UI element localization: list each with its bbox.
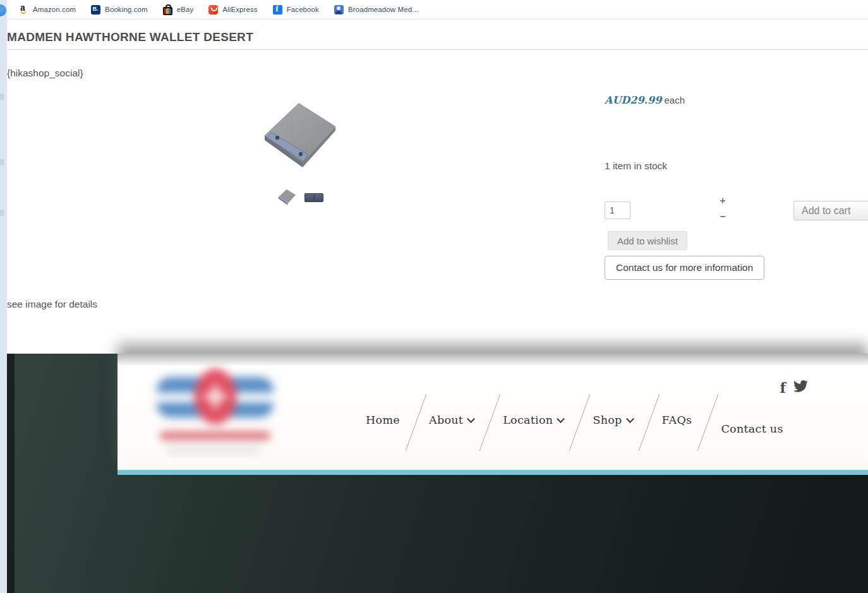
nav-label: Contact us <box>721 422 783 435</box>
divider <box>7 49 868 50</box>
bookmark-label: Booking.com <box>105 6 148 13</box>
bookmark-item[interactable]: Facebook <box>273 5 319 15</box>
chevron-down-icon <box>626 415 634 423</box>
add-to-cart-button[interactable]: Add to cart <box>793 201 868 220</box>
header-social: f <box>780 380 808 395</box>
product-thumbnail-2[interactable] <box>304 193 323 202</box>
bookmarks-bar: Amazon.com Booking.com eBay AliExpress F… <box>7 0 868 20</box>
bookmark-label: eBay <box>177 6 194 13</box>
nav-item-home[interactable]: Home <box>351 414 414 435</box>
bookmark-item[interactable]: Amazon.com <box>19 5 76 15</box>
twitter-icon[interactable] <box>793 380 808 395</box>
nav-item-faqs[interactable]: FAQs <box>648 414 707 435</box>
nav-item-contact-us[interactable]: Contact us <box>706 414 797 435</box>
nav-label: FAQs <box>662 414 692 426</box>
nav-item-about[interactable]: About <box>414 414 488 435</box>
product-description: see image for details <box>7 299 97 310</box>
blue-circle-icon <box>0 4 6 16</box>
price-value: AUD29.99 <box>605 94 661 106</box>
facebook-icon <box>273 5 282 15</box>
wallet-image <box>261 101 338 171</box>
wallet-thumbnail-image <box>277 189 296 206</box>
product-title: MADMEN HAWTHORNE WALLET DESERT <box>7 30 253 44</box>
adjacent-window-edge <box>0 0 7 593</box>
product-thumbnail-1[interactable] <box>277 189 296 206</box>
site-logo[interactable] <box>150 361 289 456</box>
booking-icon <box>91 5 100 15</box>
broadmeadow-icon <box>334 5 344 15</box>
quantity-decrease-button[interactable]: − <box>718 212 728 221</box>
site-header: Home About Location Shop FAQs Contact us… <box>118 354 868 470</box>
bookmark-label: Amazon.com <box>33 6 76 13</box>
bookmark-label: Broadmeadow Med... <box>348 6 418 13</box>
price-suffix: each <box>661 95 685 105</box>
facebook-icon[interactable]: f <box>780 381 786 395</box>
contact-us-button[interactable]: Contact us for more information <box>605 256 764 280</box>
quantity-increase-button[interactable]: + <box>718 196 728 205</box>
bookmark-item[interactable]: Booking.com <box>91 5 148 15</box>
quantity-input[interactable] <box>605 201 630 219</box>
add-to-wishlist-button[interactable]: Add to wishlist <box>608 231 687 250</box>
screen: Amazon.com Booking.com eBay AliExpress F… <box>0 0 868 593</box>
main-nav: Home About Location Shop FAQs Contact us <box>351 414 798 435</box>
bookmark-label: AliExpress <box>222 6 257 13</box>
hikashop-social-placeholder: {hikashop_social} <box>7 68 83 79</box>
price-line: AUD29.99 each <box>605 94 685 106</box>
nav-label: Location <box>503 414 553 426</box>
bookmark-item[interactable]: Broadmeadow Med... <box>334 5 418 15</box>
bookmark-label: Facebook <box>287 6 319 13</box>
product-image-wallet[interactable] <box>261 101 338 171</box>
nav-label: Shop <box>593 414 622 426</box>
stock-status: 1 item in stock <box>605 160 667 172</box>
aliexpress-icon <box>208 5 218 15</box>
nav-item-location[interactable]: Location <box>488 414 578 435</box>
accent-bar <box>118 470 868 475</box>
bookmark-item[interactable]: eBay <box>163 4 194 15</box>
nav-item-shop[interactable]: Shop <box>578 414 647 435</box>
bookmark-item[interactable]: AliExpress <box>208 5 257 15</box>
chevron-down-icon <box>467 415 475 423</box>
nav-label: Home <box>366 414 400 426</box>
amazon-icon <box>19 5 28 15</box>
nav-label: About <box>429 414 463 426</box>
ebay-icon <box>163 7 172 15</box>
site-error-section: Home About Location Shop FAQs Contact us… <box>7 354 868 593</box>
chevron-down-icon <box>557 415 565 423</box>
